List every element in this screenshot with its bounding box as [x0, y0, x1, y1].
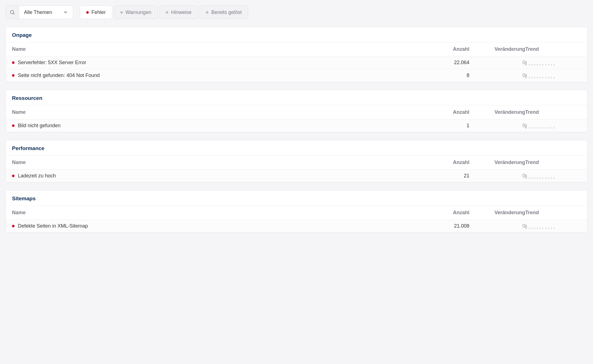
- status-dot-icon: [86, 11, 89, 14]
- tab-fehler[interactable]: Fehler: [80, 6, 112, 19]
- row-name: Defekte Seiten in XML-Sitemap: [18, 223, 88, 229]
- section-ressourcen: RessourcenNameAnzahlVeränderungTrendBild…: [6, 90, 587, 132]
- section-title: Sitemaps: [6, 191, 587, 206]
- search-icon: [9, 9, 15, 15]
- table-row[interactable]: Bild nicht gefunden10: [6, 119, 587, 132]
- toolbar: Alle Themen FehlerWarnungenHinweiseBerei…: [6, 6, 587, 19]
- col-name: Name: [12, 46, 436, 52]
- topic-dropdown[interactable]: Alle Themen: [19, 6, 73, 19]
- col-count: Anzahl: [436, 46, 469, 52]
- tab-hinweise[interactable]: Hinweise: [159, 6, 198, 19]
- row-name: Serverfehler: 5XX Server Error: [18, 60, 86, 66]
- svg-line-1: [13, 13, 15, 15]
- section-title: Ressourcen: [6, 90, 587, 105]
- row-count: 21.008: [436, 223, 469, 229]
- table-header: NameAnzahlVeränderungTrend: [6, 155, 587, 170]
- col-count: Anzahl: [436, 160, 469, 165]
- col-count: Anzahl: [436, 210, 469, 216]
- col-name: Name: [12, 210, 436, 216]
- table-header: NameAnzahlVeränderungTrend: [6, 42, 587, 56]
- tab-label: Bereits gelöst: [211, 9, 242, 15]
- trend-sparkline: [525, 173, 581, 179]
- topic-dropdown-label: Alle Themen: [24, 9, 52, 15]
- table-header: NameAnzahlVeränderungTrend: [6, 206, 587, 220]
- col-count: Anzahl: [436, 109, 469, 115]
- tab-label: Hinweise: [171, 9, 191, 15]
- chevron-down-icon: [63, 10, 68, 15]
- tab-label: Fehler: [92, 9, 106, 15]
- error-dot-icon: [12, 74, 15, 77]
- table-row[interactable]: Seite nicht gefunden: 404 Not Found80: [6, 69, 587, 82]
- row-count: 8: [436, 73, 469, 78]
- trend-sparkline: [525, 73, 581, 78]
- error-dot-icon: [12, 225, 15, 227]
- section-title: Onpage: [6, 27, 587, 42]
- table-header: NameAnzahlVeränderungTrend: [6, 105, 587, 119]
- row-change: 0: [469, 123, 525, 129]
- col-trend: Trend: [525, 46, 581, 52]
- section-title: Performance: [6, 140, 587, 155]
- col-trend: Trend: [525, 210, 581, 216]
- trend-sparkline: [525, 223, 581, 229]
- row-count: 21: [436, 173, 469, 179]
- row-count: 22.064: [436, 60, 469, 66]
- section-onpage: OnpageNameAnzahlVeränderungTrendServerfe…: [6, 27, 587, 82]
- tab-label: Warnungen: [126, 9, 151, 15]
- col-change: Veränderung: [469, 109, 525, 115]
- table-row[interactable]: Ladezeit zu hoch210: [6, 170, 587, 182]
- section-performance: PerformanceNameAnzahlVeränderungTrendLad…: [6, 140, 587, 182]
- row-change: 0: [469, 73, 525, 78]
- row-name: Seite nicht gefunden: 404 Not Found: [18, 73, 100, 78]
- search-button[interactable]: [6, 6, 19, 19]
- error-dot-icon: [12, 175, 15, 177]
- col-change: Veränderung: [469, 160, 525, 165]
- col-name: Name: [12, 109, 436, 115]
- col-trend: Trend: [525, 160, 581, 165]
- row-change: 0: [469, 223, 525, 229]
- error-dot-icon: [12, 61, 15, 64]
- tabs: FehlerWarnungenHinweiseBereits gelöst: [80, 6, 248, 19]
- tab-bereits-gelöst[interactable]: Bereits gelöst: [200, 6, 248, 19]
- trend-sparkline: [525, 123, 581, 129]
- status-dot-icon: [206, 11, 208, 14]
- col-change: Veränderung: [469, 210, 525, 216]
- error-dot-icon: [12, 124, 15, 127]
- col-trend: Trend: [525, 109, 581, 115]
- trend-sparkline: [525, 60, 581, 66]
- status-dot-icon: [120, 11, 123, 14]
- col-name: Name: [12, 160, 436, 165]
- status-dot-icon: [166, 11, 168, 14]
- table-row[interactable]: Defekte Seiten in XML-Sitemap21.0080: [6, 220, 587, 232]
- row-change: 0: [469, 173, 525, 179]
- row-count: 1: [436, 123, 469, 129]
- col-change: Veränderung: [469, 46, 525, 52]
- tab-warnungen[interactable]: Warnungen: [114, 6, 158, 19]
- row-change: 0: [469, 60, 525, 66]
- row-name: Bild nicht gefunden: [18, 123, 61, 129]
- row-name: Ladezeit zu hoch: [18, 173, 56, 179]
- section-sitemaps: SitemapsNameAnzahlVeränderungTrendDefekt…: [6, 190, 587, 233]
- table-row[interactable]: Serverfehler: 5XX Server Error22.0640: [6, 56, 587, 69]
